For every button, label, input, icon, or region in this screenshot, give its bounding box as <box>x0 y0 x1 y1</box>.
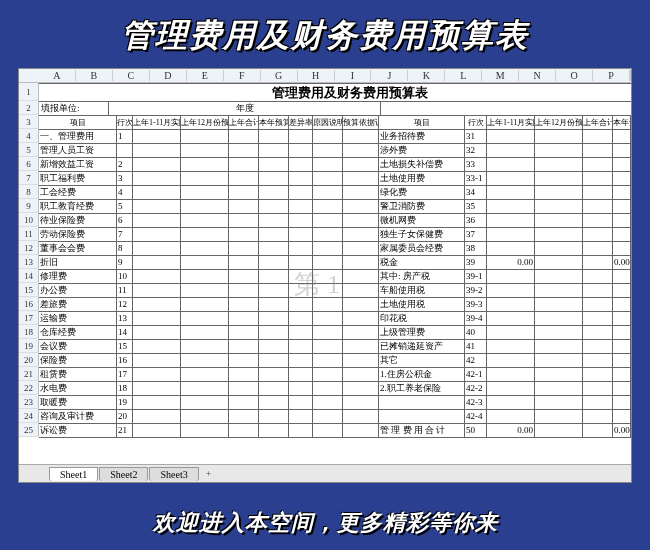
cell[interactable] <box>535 144 583 158</box>
cell[interactable] <box>259 130 289 144</box>
cell[interactable] <box>343 298 379 312</box>
cell[interactable] <box>259 354 289 368</box>
cell[interactable] <box>259 396 289 410</box>
item-name[interactable]: 董事会会费 <box>39 242 117 256</box>
cell[interactable] <box>313 186 343 200</box>
cell[interactable] <box>289 340 313 354</box>
cell[interactable] <box>631 242 632 256</box>
cell[interactable] <box>631 354 632 368</box>
cell[interactable]: 39-3 <box>465 298 487 312</box>
cell[interactable] <box>229 298 259 312</box>
cell[interactable] <box>259 214 289 228</box>
cell[interactable] <box>181 256 229 270</box>
cell[interactable] <box>313 130 343 144</box>
cell[interactable] <box>583 214 613 228</box>
row-23[interactable]: 23 <box>19 395 39 409</box>
cell[interactable] <box>613 200 631 214</box>
item-name-r[interactable]: 警卫消防费 <box>379 200 465 214</box>
cell[interactable]: 0.00 <box>487 424 535 438</box>
cell[interactable] <box>583 228 613 242</box>
cell[interactable] <box>259 158 289 172</box>
cell[interactable] <box>229 172 259 186</box>
cell[interactable] <box>343 242 379 256</box>
item-name[interactable]: 工会经费 <box>39 186 117 200</box>
cell[interactable] <box>343 368 379 382</box>
item-name-r[interactable]: 涉外费 <box>379 144 465 158</box>
col-C[interactable]: C <box>113 70 150 81</box>
cell[interactable]: 21 <box>117 424 133 438</box>
cell[interactable] <box>259 410 289 424</box>
cell[interactable]: 32 <box>465 144 487 158</box>
cell[interactable]: 2 <box>117 158 133 172</box>
row-9[interactable]: 9 <box>19 199 39 213</box>
cell[interactable] <box>181 368 229 382</box>
item-name[interactable]: 租赁费 <box>39 368 117 382</box>
cell[interactable] <box>229 326 259 340</box>
cell[interactable] <box>583 130 613 144</box>
cell[interactable] <box>181 200 229 214</box>
cell[interactable] <box>535 326 583 340</box>
cell[interactable] <box>289 228 313 242</box>
row-1[interactable]: 1 <box>19 83 39 101</box>
cell[interactable] <box>613 410 631 424</box>
cell[interactable] <box>313 228 343 242</box>
cell[interactable] <box>487 172 535 186</box>
cell[interactable]: 13 <box>117 312 133 326</box>
cell[interactable] <box>289 284 313 298</box>
cell[interactable]: 39 <box>465 256 487 270</box>
cell[interactable] <box>181 312 229 326</box>
cell[interactable] <box>259 186 289 200</box>
item-name[interactable]: 管理人员工资 <box>39 144 117 158</box>
cell[interactable] <box>583 368 613 382</box>
cell[interactable] <box>535 340 583 354</box>
cell[interactable] <box>259 228 289 242</box>
row-6[interactable]: 6 <box>19 157 39 171</box>
cell[interactable] <box>133 186 181 200</box>
cell[interactable] <box>343 256 379 270</box>
cell[interactable] <box>229 424 259 438</box>
cell[interactable] <box>259 326 289 340</box>
col-F[interactable]: F <box>224 70 261 81</box>
cell[interactable] <box>181 340 229 354</box>
item-name-r[interactable]: 土地使用费 <box>379 172 465 186</box>
cell[interactable] <box>181 396 229 410</box>
cell[interactable] <box>613 368 631 382</box>
cell[interactable] <box>229 396 259 410</box>
item-name-r[interactable]: 上级管理费 <box>379 326 465 340</box>
cell[interactable] <box>133 214 181 228</box>
item-name-r[interactable]: 1.住房公积金 <box>379 368 465 382</box>
cell[interactable]: 12 <box>117 298 133 312</box>
cell[interactable] <box>289 144 313 158</box>
cell[interactable]: 33 <box>465 158 487 172</box>
item-name-r[interactable]: 管 理 费 用 合 计 <box>379 424 465 438</box>
cell[interactable] <box>535 270 583 284</box>
item-name[interactable]: 一、管理费用 <box>39 130 117 144</box>
cell[interactable] <box>259 340 289 354</box>
cell[interactable] <box>289 382 313 396</box>
cell[interactable] <box>313 214 343 228</box>
item-name-r[interactable]: 家属委员会经费 <box>379 242 465 256</box>
cell[interactable] <box>631 382 632 396</box>
cell[interactable] <box>613 396 631 410</box>
cell[interactable]: 36 <box>465 214 487 228</box>
cell[interactable] <box>229 214 259 228</box>
cell[interactable] <box>631 312 632 326</box>
row-11[interactable]: 11 <box>19 227 39 241</box>
col-O[interactable]: O <box>556 70 593 81</box>
row-15[interactable]: 15 <box>19 283 39 297</box>
cell[interactable] <box>487 354 535 368</box>
cell[interactable] <box>613 354 631 368</box>
cell[interactable] <box>181 284 229 298</box>
cell[interactable] <box>535 256 583 270</box>
cell[interactable] <box>535 214 583 228</box>
row-19[interactable]: 19 <box>19 339 39 353</box>
cell[interactable] <box>613 172 631 186</box>
item-name-r[interactable]: 土地损失补偿费 <box>379 158 465 172</box>
cell[interactable] <box>229 340 259 354</box>
tab-sheet2[interactable]: Sheet2 <box>99 467 148 481</box>
cell[interactable] <box>229 284 259 298</box>
cell[interactable] <box>133 130 181 144</box>
item-name[interactable]: 新增效益工资 <box>39 158 117 172</box>
cell[interactable] <box>631 270 632 284</box>
cell[interactable] <box>487 130 535 144</box>
